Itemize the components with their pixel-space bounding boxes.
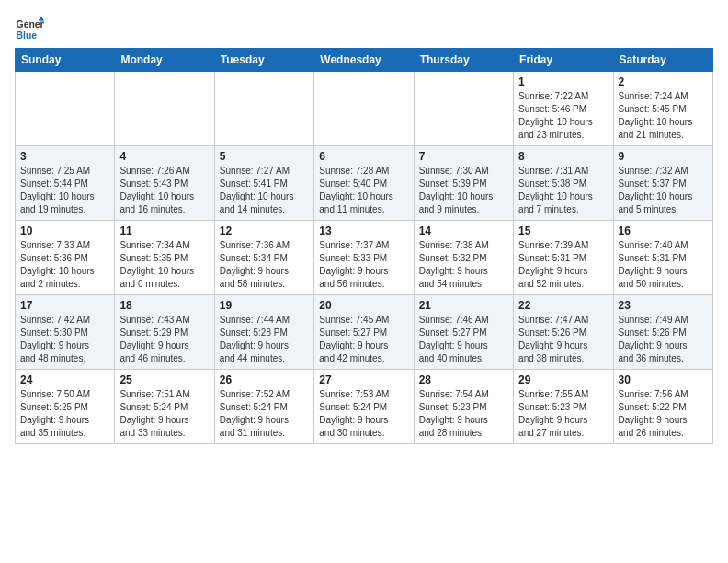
calendar-cell: 23Sunrise: 7:49 AM Sunset: 5:26 PM Dayli…: [613, 295, 712, 370]
calendar-cell: 26Sunrise: 7:52 AM Sunset: 5:24 PM Dayli…: [214, 370, 313, 444]
calendar-cell: [115, 72, 214, 146]
day-number: 23: [619, 299, 708, 312]
calendar-week-4: 17Sunrise: 7:42 AM Sunset: 5:30 PM Dayli…: [16, 295, 713, 370]
calendar-cell: 21Sunrise: 7:46 AM Sunset: 5:27 PM Dayli…: [414, 295, 513, 370]
svg-marker-2: [39, 17, 44, 21]
day-number: 5: [220, 150, 309, 163]
weekday-header-friday: Friday: [514, 49, 613, 72]
logo: General Blue: [15, 15, 44, 44]
day-info: Sunrise: 7:54 AM Sunset: 5:23 PM Dayligh…: [419, 388, 508, 440]
day-info: Sunrise: 7:46 AM Sunset: 5:27 PM Dayligh…: [419, 314, 508, 365]
day-info: Sunrise: 7:22 AM Sunset: 5:46 PM Dayligh…: [518, 90, 608, 142]
calendar-cell: 15Sunrise: 7:39 AM Sunset: 5:31 PM Dayli…: [514, 221, 613, 295]
calendar-cell: 24Sunrise: 7:50 AM Sunset: 5:25 PM Dayli…: [16, 370, 115, 444]
day-number: 20: [319, 299, 408, 312]
calendar-cell: 8Sunrise: 7:31 AM Sunset: 5:38 PM Daylig…: [514, 146, 613, 221]
calendar-cell: 18Sunrise: 7:43 AM Sunset: 5:29 PM Dayli…: [115, 295, 214, 370]
weekday-header-thursday: Thursday: [414, 49, 513, 72]
calendar-cell: [16, 72, 115, 146]
calendar-cell: 19Sunrise: 7:44 AM Sunset: 5:28 PM Dayli…: [214, 295, 313, 370]
day-info: Sunrise: 7:43 AM Sunset: 5:29 PM Dayligh…: [119, 314, 209, 365]
day-info: Sunrise: 7:42 AM Sunset: 5:30 PM Dayligh…: [20, 314, 109, 365]
day-number: 15: [518, 224, 608, 237]
day-info: Sunrise: 7:51 AM Sunset: 5:24 PM Dayligh…: [119, 388, 209, 440]
day-info: Sunrise: 7:50 AM Sunset: 5:25 PM Dayligh…: [20, 388, 109, 440]
day-info: Sunrise: 7:39 AM Sunset: 5:31 PM Dayligh…: [518, 239, 608, 291]
day-info: Sunrise: 7:38 AM Sunset: 5:32 PM Dayligh…: [419, 239, 508, 291]
weekday-header-wednesday: Wednesday: [314, 49, 414, 72]
calendar-week-3: 10Sunrise: 7:33 AM Sunset: 5:36 PM Dayli…: [16, 221, 713, 295]
calendar-cell: 1Sunrise: 7:22 AM Sunset: 5:46 PM Daylig…: [514, 72, 613, 146]
calendar-cell: [314, 72, 414, 146]
calendar-cell: 28Sunrise: 7:54 AM Sunset: 5:23 PM Dayli…: [414, 370, 513, 444]
calendar-cell: 10Sunrise: 7:33 AM Sunset: 5:36 PM Dayli…: [16, 221, 115, 295]
day-number: 3: [20, 150, 109, 163]
calendar-cell: 9Sunrise: 7:32 AM Sunset: 5:37 PM Daylig…: [613, 146, 712, 221]
day-number: 4: [119, 150, 209, 163]
day-info: Sunrise: 7:33 AM Sunset: 5:36 PM Dayligh…: [20, 239, 109, 291]
day-number: 18: [119, 299, 209, 312]
calendar-cell: 14Sunrise: 7:38 AM Sunset: 5:32 PM Dayli…: [414, 221, 513, 295]
calendar-week-5: 24Sunrise: 7:50 AM Sunset: 5:25 PM Dayli…: [16, 370, 713, 444]
calendar-cell: 20Sunrise: 7:45 AM Sunset: 5:27 PM Dayli…: [314, 295, 414, 370]
day-number: 1: [518, 75, 608, 88]
day-info: Sunrise: 7:26 AM Sunset: 5:43 PM Dayligh…: [119, 165, 209, 216]
calendar-cell: 25Sunrise: 7:51 AM Sunset: 5:24 PM Dayli…: [115, 370, 214, 444]
day-info: Sunrise: 7:36 AM Sunset: 5:34 PM Dayligh…: [220, 239, 309, 291]
day-number: 6: [319, 150, 408, 163]
day-number: 22: [518, 299, 608, 312]
weekday-header-monday: Monday: [115, 49, 214, 72]
day-info: Sunrise: 7:34 AM Sunset: 5:35 PM Dayligh…: [119, 239, 209, 291]
calendar-cell: 3Sunrise: 7:25 AM Sunset: 5:44 PM Daylig…: [16, 146, 115, 221]
weekday-header-sunday: Sunday: [16, 49, 115, 72]
calendar-cell: 27Sunrise: 7:53 AM Sunset: 5:24 PM Dayli…: [314, 370, 414, 444]
calendar-cell: 5Sunrise: 7:27 AM Sunset: 5:41 PM Daylig…: [214, 146, 313, 221]
day-info: Sunrise: 7:40 AM Sunset: 5:31 PM Dayligh…: [619, 239, 708, 291]
day-number: 14: [419, 224, 508, 237]
day-number: 8: [518, 150, 608, 163]
day-info: Sunrise: 7:56 AM Sunset: 5:22 PM Dayligh…: [619, 388, 708, 440]
day-number: 28: [419, 373, 508, 386]
day-info: Sunrise: 7:44 AM Sunset: 5:28 PM Dayligh…: [220, 314, 309, 365]
weekday-header-saturday: Saturday: [613, 49, 712, 72]
day-number: 29: [518, 373, 608, 386]
day-number: 21: [419, 299, 508, 312]
day-info: Sunrise: 7:45 AM Sunset: 5:27 PM Dayligh…: [319, 314, 408, 365]
day-number: 27: [319, 373, 408, 386]
calendar-week-1: 1Sunrise: 7:22 AM Sunset: 5:46 PM Daylig…: [16, 72, 713, 146]
day-info: Sunrise: 7:28 AM Sunset: 5:40 PM Dayligh…: [319, 165, 408, 216]
calendar-cell: 2Sunrise: 7:24 AM Sunset: 5:45 PM Daylig…: [613, 72, 712, 146]
day-info: Sunrise: 7:31 AM Sunset: 5:38 PM Dayligh…: [518, 165, 608, 216]
day-number: 26: [220, 373, 309, 386]
calendar-cell: 16Sunrise: 7:40 AM Sunset: 5:31 PM Dayli…: [613, 221, 712, 295]
calendar-cell: 13Sunrise: 7:37 AM Sunset: 5:33 PM Dayli…: [314, 221, 414, 295]
weekday-header-tuesday: Tuesday: [214, 49, 313, 72]
calendar-cell: 17Sunrise: 7:42 AM Sunset: 5:30 PM Dayli…: [16, 295, 115, 370]
calendar-cell: 29Sunrise: 7:55 AM Sunset: 5:23 PM Dayli…: [514, 370, 613, 444]
day-info: Sunrise: 7:55 AM Sunset: 5:23 PM Dayligh…: [518, 388, 608, 440]
calendar-cell: 30Sunrise: 7:56 AM Sunset: 5:22 PM Dayli…: [613, 370, 712, 444]
calendar-week-2: 3Sunrise: 7:25 AM Sunset: 5:44 PM Daylig…: [16, 146, 713, 221]
day-info: Sunrise: 7:27 AM Sunset: 5:41 PM Dayligh…: [220, 165, 309, 216]
svg-text:Blue: Blue: [17, 30, 38, 40]
calendar-cell: [414, 72, 513, 146]
logo-icon: General Blue: [15, 15, 44, 44]
day-info: Sunrise: 7:30 AM Sunset: 5:39 PM Dayligh…: [419, 165, 508, 216]
calendar-cell: [214, 72, 313, 146]
day-number: 13: [319, 224, 408, 237]
day-number: 30: [619, 373, 708, 386]
day-number: 24: [20, 373, 109, 386]
day-number: 25: [119, 373, 209, 386]
calendar-cell: 22Sunrise: 7:47 AM Sunset: 5:26 PM Dayli…: [514, 295, 613, 370]
day-info: Sunrise: 7:52 AM Sunset: 5:24 PM Dayligh…: [220, 388, 309, 440]
day-info: Sunrise: 7:24 AM Sunset: 5:45 PM Dayligh…: [619, 90, 708, 142]
day-info: Sunrise: 7:49 AM Sunset: 5:26 PM Dayligh…: [619, 314, 708, 365]
day-number: 19: [220, 299, 309, 312]
day-number: 7: [419, 150, 508, 163]
calendar-cell: 7Sunrise: 7:30 AM Sunset: 5:39 PM Daylig…: [414, 146, 513, 221]
day-info: Sunrise: 7:37 AM Sunset: 5:33 PM Dayligh…: [319, 239, 408, 291]
day-number: 16: [619, 224, 708, 237]
day-info: Sunrise: 7:32 AM Sunset: 5:37 PM Dayligh…: [619, 165, 708, 216]
day-number: 9: [619, 150, 708, 163]
day-number: 11: [119, 224, 209, 237]
